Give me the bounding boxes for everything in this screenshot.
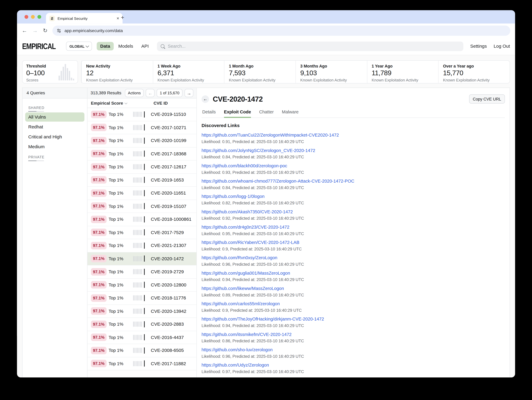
logout-link[interactable]: Log Out xyxy=(494,44,510,49)
table-row[interactable]: 97.1% Top 1% CVE-2020-12800 xyxy=(88,278,196,292)
discovered-link-meta: Likelihood: 0.96, Predicted at: 2025-03-… xyxy=(202,262,505,267)
actions-button[interactable]: Actions xyxy=(125,89,144,97)
pager-position-button[interactable]: 1 of 15,670 xyxy=(157,89,183,97)
search-input[interactable] xyxy=(167,43,460,49)
detail-back-icon[interactable]: ← xyxy=(202,95,209,103)
table-row[interactable]: 97.1% Top 1% CVE-2020-11651 xyxy=(88,187,196,200)
table-row[interactable]: 97.1% Top 1% CVE-2017-12617 xyxy=(88,161,196,174)
discovered-link-url[interactable]: https://github.com/Udyz/Zerologon xyxy=(202,362,505,368)
table-row[interactable]: 97.1% Top 1% CVE-2017-10271 xyxy=(88,121,196,134)
discovered-link-url[interactable]: https://github.com/guglia001/MassZeroLog… xyxy=(202,271,505,276)
discovered-link-url[interactable]: https://github.com/logg-1/0logon xyxy=(202,194,505,199)
copy-cve-url-button[interactable]: Copy CVE URL xyxy=(469,94,505,103)
tab-close-icon[interactable]: × xyxy=(116,16,119,20)
region-selector-button[interactable]: GLOBAL xyxy=(66,42,92,51)
column-cve-id[interactable]: CVE ID xyxy=(154,101,193,105)
discovered-link-item: https://github.com/carlos55ml/zerologon … xyxy=(202,301,505,313)
settings-link[interactable]: Settings xyxy=(470,44,487,49)
detail-tab[interactable]: Malware xyxy=(282,109,299,117)
table-row[interactable]: 97.1% Top 1% CVE-2018-11776 xyxy=(88,292,196,305)
column-empirical-score[interactable]: Empirical Score xyxy=(91,101,154,105)
browser-tab[interactable]: Ƨ Empirical Security × xyxy=(46,13,123,24)
discovered-link-item: https://github.com/Akash7350/CVE-2020-14… xyxy=(202,209,505,221)
discovered-link-url[interactable]: https://github.com/carlos55ml/zerologon xyxy=(202,301,505,306)
table-row[interactable]: 97.1% Top 1% CVE-2017-11882 xyxy=(88,357,196,370)
maximize-window-button[interactable] xyxy=(38,15,41,19)
table-row[interactable]: 97.1% Top 1% CVE-2019-15107 xyxy=(88,200,196,213)
discovered-link-url[interactable]: https://github.com/Akash7350/CVE-2020-14… xyxy=(202,209,505,214)
discovered-link-item: https://github.com/Rvn0xsy/ZeroLogon Lik… xyxy=(202,255,505,267)
detail-tab[interactable]: Details xyxy=(202,109,216,117)
address-bar[interactable]: app.empiricalsecurity.com/data xyxy=(52,26,510,36)
table-row[interactable]: 97.1% Top 1% CVE-2020-2883 xyxy=(88,318,196,331)
discovered-link-url[interactable]: https://github.com/dr4g0n23/CVE-2020-147… xyxy=(202,225,505,230)
nav-item[interactable]: Models xyxy=(115,42,137,50)
stat-card: 1 Year Ago 11,789 Known Exploitation Act… xyxy=(367,61,438,83)
percentile-label: Top 1% xyxy=(109,348,130,353)
pager-prev-icon[interactable]: ← xyxy=(146,89,155,97)
query-list-item[interactable]: Medium xyxy=(25,142,85,151)
discovered-link-url[interactable]: https://github.com/blackh00d/zerologon-p… xyxy=(202,163,505,168)
discovered-link-url[interactable]: https://github.com/RicYaben/CVE-2020-147… xyxy=(202,240,505,245)
score-distribution-sparkline-icon xyxy=(133,112,143,117)
table-row[interactable]: 97.1% Top 1% CVE-2021-21307 xyxy=(88,239,196,252)
detail-tabs: Details Exploit Code Chatter Malware xyxy=(202,109,505,118)
nav-item[interactable]: Data xyxy=(97,42,114,50)
cve-id: CVE-2017-10271 xyxy=(150,125,193,130)
forward-icon[interactable]: → xyxy=(32,28,38,33)
table-row[interactable]: 97.1% Top 1% CVE-2018-1000861 xyxy=(88,213,196,226)
new-tab-button[interactable]: + xyxy=(121,15,124,20)
discovered-link-url[interactable]: https://github.com/TuanCui22/ZerologonWi… xyxy=(202,132,505,138)
threshold-card: Threshold 0–100 Scores xyxy=(22,60,78,84)
discovered-link-url[interactable]: https://github.com/sho-luv/zerologon xyxy=(202,347,505,352)
discovered-link-item: https://github.com/dr4g0n23/CVE-2020-147… xyxy=(202,225,505,236)
stat-subtitle: Known Exploitation Activity xyxy=(372,78,434,82)
pager-next-icon[interactable]: → xyxy=(185,89,194,97)
global-search[interactable] xyxy=(157,41,463,51)
score-distribution-sparkline-icon xyxy=(133,269,143,274)
percentile-label: Top 1% xyxy=(109,204,130,209)
detail-tab[interactable]: Exploit Code xyxy=(224,109,251,117)
discovered-link-url[interactable]: https://github.com/itssmikefm/CVE-2020-1… xyxy=(202,332,505,337)
discovered-link-meta: Likelihood: 0.84, Predicted at: 2025-03-… xyxy=(202,185,505,190)
stat-title: 1 Week Ago xyxy=(158,64,220,69)
discovered-link-url[interactable]: https://github.com/JolynNgSC/Zerologon_C… xyxy=(202,148,505,153)
nav-item[interactable]: API xyxy=(138,42,152,50)
query-list-item[interactable]: Redhat xyxy=(25,122,85,132)
table-row[interactable]: 97.1% Top 1% CVE-2019-2729 xyxy=(88,265,196,278)
query-list-item[interactable]: SHARED xyxy=(25,104,85,112)
detail-header: ← CVE-2020-1472 Copy CVE URL xyxy=(202,94,505,103)
detail-tab[interactable]: Chatter xyxy=(259,109,274,117)
table-row[interactable]: 97.1% Top 1% CVE-2019-1653 xyxy=(88,174,196,187)
discovered-link-url[interactable]: https://github.com/TheJoyOfHacking/dirkj… xyxy=(202,316,505,322)
score-badge: 97.1% xyxy=(91,294,107,302)
table-row[interactable]: 97.1% Top 1% CVE-2020-13942 xyxy=(88,305,196,318)
query-list-item[interactable]: All Vulns xyxy=(25,112,85,122)
back-icon[interactable]: ← xyxy=(22,28,27,33)
reload-icon[interactable]: ↻ xyxy=(43,28,48,33)
table-row[interactable]: 97.1% Top 1% CVE-2020-1472 xyxy=(88,252,196,265)
discovered-link-url[interactable]: https://github.com/likeww/MassZeroLogon xyxy=(202,286,505,291)
table-row[interactable]: 97.1% Top 1% CVE-2019-11510 xyxy=(88,108,196,121)
stat-card: New Activity 12 Known Exploitation Activ… xyxy=(81,61,153,83)
query-list-item[interactable]: PRIVATE xyxy=(25,154,85,161)
minimize-window-button[interactable] xyxy=(31,15,35,19)
discovered-link-meta: Likelihood: 0.91, Predicted at: 2025-03-… xyxy=(202,139,505,144)
discovered-link-url[interactable]: https://github.com/whoami-chmod777/Zerol… xyxy=(202,179,505,184)
cve-id: CVE-2020-12800 xyxy=(150,282,193,288)
cve-id: CVE-2020-1472 xyxy=(150,256,193,261)
table-row[interactable]: 97.1% Top 1% CVE-2016-4437 xyxy=(88,331,196,344)
query-list-item[interactable]: Critical and High xyxy=(25,132,85,142)
results-rows: 97.1% Top 1% CVE-2019-11510 97.1% Top 1%… xyxy=(88,108,196,377)
table-row[interactable]: 97.1% Top 1% CVE-2020-10199 xyxy=(88,134,196,148)
stats-bar: Threshold 0–100 Scores xyxy=(22,60,510,84)
search-icon xyxy=(161,44,165,48)
table-row[interactable]: 97.1% Top 1% CVE-2017-18368 xyxy=(88,147,196,161)
site-settings-icon[interactable] xyxy=(57,28,61,33)
table-row[interactable]: 97.1% Top 1% CVE-2017-7529 xyxy=(88,226,196,239)
discovered-link-meta: Likelihood: 0.89, Predicted at: 2025-03-… xyxy=(202,293,505,297)
discovered-link-url[interactable]: https://github.com/Rvn0xsy/ZeroLogon xyxy=(202,255,505,260)
table-row[interactable]: 97.1% Top 1% CVE-2008-6505 xyxy=(88,344,196,357)
close-window-button[interactable] xyxy=(25,15,28,19)
stat-card: 1 Month Ago 7,593 Known Exploitation Act… xyxy=(224,61,296,83)
